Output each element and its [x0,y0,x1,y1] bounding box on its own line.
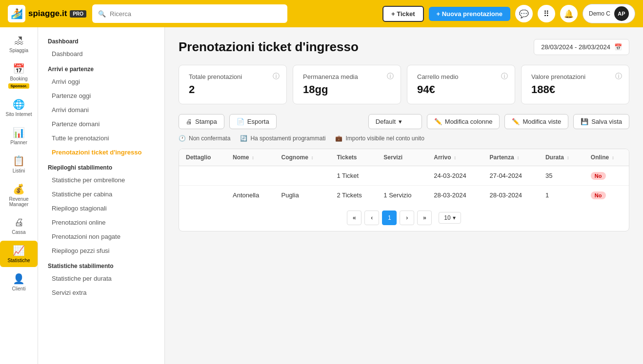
demo-label: Demo C [589,10,610,17]
no-badge: No [591,192,606,199]
sidebar-link-servizi-extra[interactable]: Servizi extra [38,286,164,300]
stampa-button[interactable]: 🖨 Stampa [179,114,224,129]
esporta-button[interactable]: 📄 Esporta [229,114,277,129]
sidebar-link-arrivi-oggi[interactable]: Arrivi oggi [38,75,164,89]
sidebar-link-riepilogo-pezzi-sfusi[interactable]: Riepilogo pezzi sfusi [38,244,164,258]
wallet-icon: 💼 [335,135,342,142]
col-nome[interactable]: Nome ↕ [226,149,274,166]
chat-icon-button[interactable]: 💬 [515,5,533,22]
cell-servizi: 1 Servizio [377,186,427,205]
per-page-value: 10 [444,214,450,221]
toolbar: 🖨 Stampa 📄 Esporta Default ▾ ✏️ Modifica… [179,114,629,129]
sidebar-item-sito-internet[interactable]: 🌐 Sito Internet [0,95,38,121]
sort-icon: ↕ [453,155,457,160]
nuova-prenotazione-button[interactable]: + Nuova prenotazione [429,7,510,21]
modifica-viste-button[interactable]: ✏️ Modifica viste [504,114,568,129]
sidebar-item-clienti[interactable]: 👤 Clienti [0,269,38,295]
sidebar-section-title: Dashboard [38,33,164,47]
sidebar-item-planner[interactable]: 📊 Planner [0,123,38,149]
ticket-button[interactable]: + Ticket [382,6,424,22]
sidebar-link-prenotazioni-online[interactable]: Prenotazioni online [38,215,164,230]
sidebar-item-cassa[interactable]: 🖨 Cassa [0,213,38,239]
cell-cognome: Puglia [274,186,330,205]
sidebar-section-title: Arrivi e partenze [38,61,164,75]
table-row[interactable]: 1 Ticket24-03-202427-04-202435No [179,166,629,186]
sidebar-link-statistiche-per-cabina[interactable]: Statistiche per cabina [38,187,164,201]
calendar-icon: 📅 [614,43,622,51]
clock-icon: 🕐 [179,135,186,142]
sidebar-link-riepilogo-stagionali[interactable]: Riepilogo stagionali [38,201,164,215]
prev-page-button[interactable]: ‹ [364,211,379,225]
sidebar-link-partenze-domani[interactable]: Partenze domani [38,117,164,131]
col-tickets: Tickets [330,149,377,166]
notification-icon-button[interactable]: 🔔 [560,5,578,22]
logo-text: spiagge.it [28,9,67,19]
col-partenza[interactable]: Partenza ↕ [483,149,539,166]
sort-icon: ↕ [610,155,614,160]
stat-value: 94€ [417,83,505,96]
sidebar-link-tutte-le-prenotazioni[interactable]: Tutte le prenotazioni [38,131,164,145]
legend: 🕐 Non confermata🔄 Ha spostamenti program… [179,135,629,142]
grid-icon-button[interactable]: ⠿ [538,5,555,22]
sidebar-item-spiaggia[interactable]: 🏖 Spiaggia [0,31,38,57]
legend-item: 🔄 Ha spostamenti programmati [240,135,325,142]
sidebar-link-statistiche-per-durata[interactable]: Statistiche per durata [38,271,164,286]
sidebar-item-booking[interactable]: 📅 Booking Sponsor. [0,59,38,93]
sidebar-link-prenotazioni-non-pagate[interactable]: Prenotazioni non pagate [38,230,164,244]
table-row[interactable]: AntonellaPuglia2 Tickets1 Servizio28-03-… [179,186,629,205]
search-input[interactable] [110,10,281,18]
sidebar-link-prenotazioni-ticket-d'ingresso[interactable]: Prenotazioni ticket d'ingresso [38,145,164,159]
stat-label: Permanenza media [303,73,391,80]
table-header: DettaglioNome ↕Cognome ↕TicketsServiziAr… [179,149,629,166]
sidebar-item-label: Spiaggia [9,48,28,53]
spiaggia-icon: 🏖 [14,35,24,46]
col-cognome[interactable]: Cognome ↕ [274,149,330,166]
sidebar-link-partenze-oggi[interactable]: Partenze oggi [38,89,164,103]
cell-arrivo: 24-03-2024 [427,166,482,186]
sidebar-item-listini[interactable]: 📋 Listini [0,151,38,177]
last-page-button[interactable]: » [417,211,432,225]
next-page-button[interactable]: › [400,211,414,225]
sidebar-link-statistiche-per-ombrellone[interactable]: Statistiche per ombrellone [38,173,164,187]
cell-tickets: 2 Tickets [330,186,377,205]
info-icon[interactable]: ⓘ [387,72,394,81]
cell-partenza: 28-03-2024 [483,186,539,205]
sidebar-item-label: Statistiche [7,258,30,263]
default-select[interactable]: Default ▾ [368,114,422,129]
info-icon[interactable]: ⓘ [615,72,622,81]
sidebar-link-arrivi-domani[interactable]: Arrivi domani [38,103,164,117]
revenue-manager-icon: 💰 [13,183,25,195]
legend-label: Importo visibile nel conto unito [345,135,424,142]
sidebar-item-label: Planner [10,140,27,145]
cell-partenza: 27-04-2024 [483,166,539,186]
table-body: 1 Ticket24-03-202427-04-202435NoAntonell… [179,166,629,205]
demo-badge[interactable]: Demo C AP [583,4,635,23]
toolbar-right: Default ▾ ✏️ Modifica colonne ✏️ Modific… [368,114,629,129]
per-page-select[interactable]: 10 ▾ [439,212,461,224]
sort-icon: ↕ [250,155,254,160]
print-icon: 🖨 [186,118,192,125]
sidebar-item-revenue-manager[interactable]: 💰 Revenue Manager [0,179,38,211]
sidebar-link-dashboard[interactable]: Dashboard [38,47,164,61]
date-range-picker[interactable]: 28/03/2024 - 28/03/2024 📅 [534,39,629,55]
modifica-colonne-button[interactable]: ✏️ Modifica colonne [427,114,500,129]
first-page-button[interactable]: « [347,211,362,225]
col-online[interactable]: Online ↕ [584,149,629,166]
col-durata[interactable]: Durata ↕ [539,149,584,166]
save-icon: 💾 [581,118,588,125]
col-arrivo[interactable]: Arrivo ↕ [427,149,482,166]
sort-icon: ↕ [310,155,314,160]
salva-vista-button[interactable]: 💾 Salva vista [573,114,629,129]
info-icon[interactable]: ⓘ [501,72,508,81]
sort-icon: ↕ [516,155,520,160]
sidebar-item-label: Clienti [12,286,26,291]
date-range-text: 28/03/2024 - 28/03/2024 [541,43,610,51]
sidebar-item-statistiche[interactable]: 📈 Statistiche [0,241,38,267]
sort-icon: ↕ [565,155,569,160]
legend-item: 🕐 Non confermata [179,135,230,142]
export-icon: 📄 [237,118,244,125]
page-1-button[interactable]: 1 [382,211,397,225]
info-icon[interactable]: ⓘ [273,72,280,81]
pro-badge: PRO [70,10,86,18]
stat-value: 18gg [303,83,391,96]
